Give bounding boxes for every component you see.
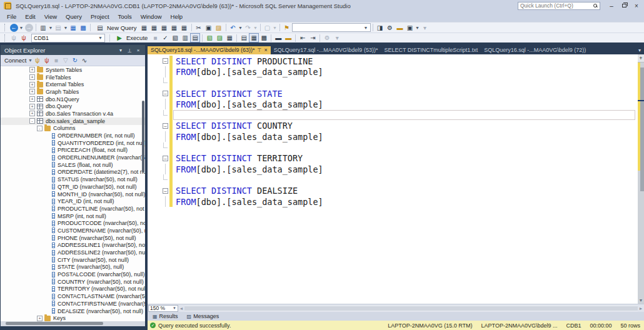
collapse-region-icon[interactable]: –	[163, 188, 168, 194]
editor-horizontal-scrollbar[interactable]	[184, 306, 638, 311]
breakpoint-gutter[interactable]	[148, 186, 161, 196]
change-connection-icon[interactable]: ψ	[19, 33, 29, 42]
execute-button[interactable]: ▶ Execute	[112, 33, 150, 42]
tree-item[interactable]: +PRODUCTCODE (nvarchar(50), not null	[1, 219, 145, 227]
command-window-icon[interactable]: ▣	[405, 23, 415, 32]
oe-filter-icon[interactable]: ▽	[61, 56, 70, 65]
connect-caret-icon[interactable]: ▼	[28, 56, 33, 65]
fold-gutter[interactable]: –	[161, 88, 169, 99]
code-line[interactable]: FROM[dbo].[sales_data_sample]	[148, 99, 638, 109]
collapse-icon[interactable]: -	[29, 118, 35, 124]
fold-gutter[interactable]: –	[161, 186, 169, 196]
breakpoint-gutter[interactable]	[148, 142, 161, 152]
breakpoint-gutter[interactable]	[148, 164, 161, 174]
code-line[interactable]	[148, 174, 638, 185]
code-line[interactable]: –SELECT DISTINCT PRODUCTLINE	[148, 56, 638, 66]
oe-disconnect-plug-icon[interactable]: ψ	[42, 56, 51, 65]
scroll-left-arrow-icon[interactable]: ◄	[178, 306, 184, 311]
cancel-query-icon[interactable]: ■	[150, 33, 160, 42]
code-line[interactable]: –SELECT DISTINCT STATE	[148, 88, 638, 99]
scroll-down-arrow-icon[interactable]: ▼	[638, 297, 644, 304]
breakpoint-gutter[interactable]	[148, 66, 161, 77]
expand-icon[interactable]: +	[29, 67, 35, 72]
tree-item[interactable]: +CONTACTLASTNAME (nvarchar(50), nc	[1, 292, 145, 300]
menu-item-help[interactable]: Help	[166, 12, 188, 21]
navigate-forward-icon[interactable]: →	[24, 23, 34, 32]
toolbar-overflow-icon[interactable]: ▾	[420, 23, 430, 32]
menu-item-window[interactable]: Window	[136, 12, 166, 21]
copy-icon[interactable]: ▣	[204, 23, 214, 32]
tree-item[interactable]: +dbo.Sales Transaction v.4a	[1, 110, 145, 118]
tree-item[interactable]: -dbo.sales_data_sample	[1, 118, 145, 125]
fold-gutter[interactable]: –	[161, 121, 169, 131]
tree-item[interactable]: +POSTALCODE (nvarchar(50), null)	[1, 271, 145, 278]
toolbar2-overflow-icon[interactable]: ▾	[332, 33, 342, 42]
pin-icon[interactable]: ⊤	[125, 48, 134, 53]
tree-item[interactable]: +MSRP (int, not null)	[1, 212, 145, 220]
fold-gutter[interactable]	[161, 164, 169, 174]
open-file-icon[interactable]: ▤	[53, 23, 63, 32]
navigate-window-icon[interactable]: ◨	[375, 23, 385, 32]
tree-item[interactable]: +Graph Tables	[1, 88, 145, 96]
code-line[interactable]: –SELECT DISTINCT DEALSIZE	[148, 186, 638, 196]
as-query-icon[interactable]: ▦	[179, 23, 189, 32]
breakpoint-gutter[interactable]	[148, 196, 161, 207]
results-to-text-icon[interactable]: ▤	[239, 33, 249, 42]
include-live-stats-icon[interactable]: ▨	[214, 33, 224, 42]
menu-item-file[interactable]: File	[3, 12, 21, 21]
tree-item[interactable]: +CUSTOMERNAME (nvarchar(50), not n	[1, 227, 145, 234]
find-caret[interactable]: ▼	[273, 23, 278, 32]
collapse-region-icon[interactable]: –	[163, 58, 168, 64]
toolbar-grip[interactable]	[4, 24, 7, 31]
tree-item[interactable]: +STATUS (nvarchar(50), not null)	[1, 176, 145, 183]
database-engine-query-icon[interactable]: ▦	[139, 23, 149, 32]
scrollbar-thumb[interactable]	[640, 68, 644, 192]
tree-item[interactable]: +ADDRESSLINE1 (nvarchar(50), not null	[1, 242, 145, 249]
quick-launch-input[interactable]	[520, 2, 593, 9]
tree-item[interactable]: +DEALSIZE (nvarchar(50), not null)	[1, 308, 145, 315]
zoom-level-combobox[interactable]: 150 % ▼	[148, 305, 178, 312]
panel-menu-caret-icon[interactable]: ▾	[116, 48, 125, 53]
close-panel-icon[interactable]: ×	[134, 48, 143, 53]
code-line[interactable]	[148, 109, 638, 120]
fold-gutter[interactable]	[161, 78, 169, 88]
tree-item[interactable]: +ADDRESSLINE2 (nvarchar(50), null)	[1, 249, 145, 256]
command-window-caret[interactable]: ▼	[415, 23, 420, 32]
tree-item[interactable]: +PRICEEACH (float, not null)	[1, 147, 145, 154]
results-to-file-icon[interactable]: ▩	[259, 33, 269, 42]
query-designer-icon[interactable]: ▥	[180, 33, 190, 42]
document-tab[interactable]: SQLQuery16.sql -...MAA0VG\bdel9 (72))	[481, 46, 589, 54]
close-button[interactable]: ×	[630, 1, 643, 11]
undo-caret[interactable]: ▼	[238, 23, 243, 32]
find-combobox[interactable]: ▼	[292, 23, 371, 32]
menu-item-edit[interactable]: Edit	[21, 12, 39, 21]
results-to-grid-icon[interactable]: ▦	[249, 33, 259, 42]
scrollbar-nav-icon[interactable]: +	[638, 54, 644, 62]
expand-icon[interactable]: +	[29, 82, 35, 88]
toolbox-icon[interactable]: ▬	[395, 23, 405, 32]
code-line[interactable]	[148, 78, 638, 88]
uncomment-icon[interactable]: ▬	[283, 33, 293, 42]
sqlcmd-mode-icon[interactable]: ⚙	[322, 33, 332, 42]
tree-item[interactable]: +Keys	[1, 314, 145, 321]
search-icon[interactable]	[593, 4, 598, 8]
decrease-indent-icon[interactable]: ⇤	[298, 33, 308, 42]
breakpoint-gutter[interactable]	[148, 88, 161, 99]
scrollbar-thumb[interactable]	[6, 322, 103, 325]
fold-gutter[interactable]	[161, 109, 169, 120]
display-estimated-plan-icon[interactable]: ▧	[170, 33, 180, 42]
editor-vertical-scrollbar[interactable]: + ▼	[638, 54, 644, 304]
tree-item[interactable]: +MONTH_ID (nvarchar(50), not null)	[1, 191, 145, 198]
oe-connect-plug-icon[interactable]: ψ	[33, 56, 42, 65]
xmla-query-icon[interactable]: ▦	[169, 23, 179, 32]
tree-item[interactable]: -Columns	[1, 125, 145, 132]
document-tab-active[interactable]: SQLQuery18.sql -...MAA0VG\bdel9 (63))*⊤×	[148, 46, 271, 54]
breakpoint-gutter[interactable]	[148, 174, 161, 185]
code-editor-surface[interactable]: –SELECT DISTINCT PRODUCTLINEFROM[dbo].[s…	[148, 54, 638, 304]
tree-item[interactable]: +QUANTITYORDERED (int, not null)	[1, 139, 145, 147]
code-line[interactable]	[148, 142, 638, 152]
breakpoint-gutter[interactable]	[148, 99, 161, 109]
available-databases-combobox[interactable]: CDB1 ▼	[31, 34, 105, 42]
tree-item[interactable]: +ORDERDATE (datetime2(7), not null)	[1, 169, 145, 176]
fold-gutter[interactable]: –	[161, 56, 169, 66]
